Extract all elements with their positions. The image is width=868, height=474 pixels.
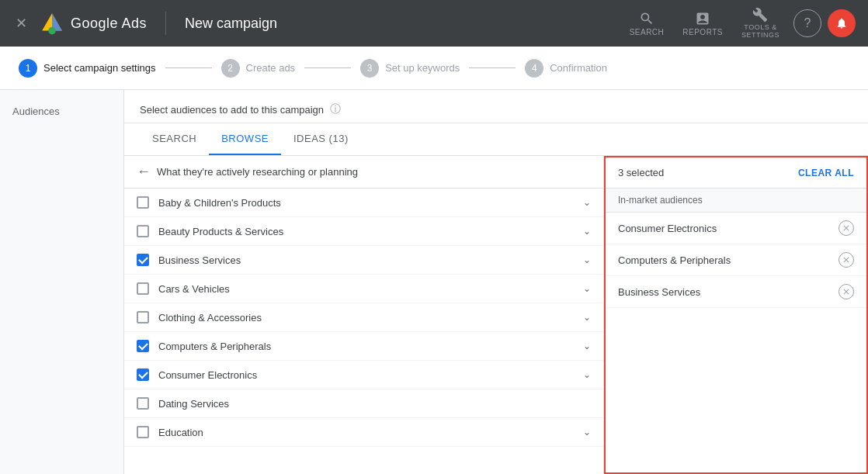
expand-icon-baby[interactable]: ⌄ — [583, 197, 591, 208]
selected-item: Consumer Electronics — [606, 213, 866, 244]
bell-icon — [835, 17, 848, 29]
expand-icon-computers[interactable]: ⌄ — [583, 341, 591, 351]
checkbox-education[interactable] — [137, 426, 149, 438]
search-nav-button[interactable]: SEARCH — [622, 6, 672, 41]
step-1-circle: 1 — [19, 59, 37, 78]
clear-all-button[interactable]: CLEAR ALL — [798, 168, 854, 178]
selected-header: 3 selected CLEAR ALL — [606, 157, 866, 188]
stepper: 1 Select campaign settings 2 Create ads … — [0, 47, 868, 90]
selected-item-label: Consumer Electronics — [618, 223, 717, 234]
google-ads-logo — [40, 11, 64, 36]
expand-icon-beauty[interactable]: ⌄ — [583, 226, 591, 237]
selected-item: Business Services — [606, 276, 866, 308]
top-navigation: ✕ Google Ads New campaign SEARCH REPORTS — [0, 0, 868, 47]
browse-area: ← What they're actively researching or p… — [124, 156, 868, 474]
tab-search[interactable]: SEARCH — [140, 123, 209, 155]
list-panel: ← What they're actively researching or p… — [124, 156, 604, 474]
connector-2-3 — [304, 67, 351, 68]
remove-computers-button[interactable] — [838, 252, 854, 268]
list-item-label: Education — [158, 427, 574, 438]
brand-name: Google Ads — [71, 16, 147, 32]
list-item-label: Business Services — [158, 254, 574, 266]
close-button[interactable]: ✕ — [12, 12, 30, 35]
checkbox-baby[interactable] — [137, 196, 149, 209]
checkbox-beauty[interactable] — [137, 225, 149, 237]
connector-3-4 — [469, 67, 516, 68]
expand-icon-education[interactable]: ⌄ — [583, 427, 591, 438]
connector-1-2 — [165, 67, 212, 68]
step-3-label: Set up keywords — [385, 62, 460, 74]
step-2: 2 Create ads — [221, 59, 296, 78]
svg-point-2 — [48, 27, 56, 35]
campaign-title: New campaign — [185, 16, 277, 32]
list-item[interactable]: Education ⌄ — [124, 418, 603, 447]
nav-divider — [165, 12, 166, 35]
remove-icon — [842, 255, 851, 265]
expand-icon-consumer[interactable]: ⌄ — [583, 369, 591, 380]
tools-icon — [752, 7, 768, 22]
tab-browse[interactable]: BROWSE — [209, 123, 281, 155]
selected-item: Computers & Peripherals — [606, 244, 866, 276]
search-nav-label: SEARCH — [630, 28, 665, 36]
list-item[interactable]: Business Services ⌄ — [124, 246, 603, 275]
remove-icon — [842, 223, 851, 233]
list-item[interactable]: Clothing & Accessories ⌄ — [124, 303, 603, 332]
step-1-label: Select campaign settings — [43, 62, 156, 74]
list-item[interactable]: Beauty Products & Services ⌄ — [124, 217, 603, 246]
checkbox-computers[interactable] — [137, 340, 149, 352]
step-4-label: Confirmation — [550, 62, 607, 74]
list-item[interactable]: Computers & Peripherals ⌄ — [124, 332, 603, 361]
content-help-icon[interactable]: ⓘ — [330, 102, 341, 116]
content-panel: Select audiences to add to this campaign… — [124, 90, 868, 474]
expand-icon-clothing[interactable]: ⌄ — [583, 312, 591, 323]
back-arrow-button[interactable]: ← — [137, 164, 151, 180]
content-header: Select audiences to add to this campaign… — [124, 90, 868, 123]
remove-business-services-button[interactable] — [838, 284, 854, 299]
step-2-circle: 2 — [221, 59, 240, 78]
list-item-label: Dating Services — [158, 398, 591, 410]
tools-nav-label: TOOLS &SETTINGS — [741, 24, 779, 40]
checkbox-dating[interactable] — [137, 397, 149, 410]
main-content: Audiences Select audiences to add to thi… — [0, 90, 868, 474]
logo-area: Google Ads — [40, 11, 147, 36]
notifications-button[interactable] — [828, 9, 856, 37]
remove-consumer-electronics-button[interactable] — [838, 220, 854, 236]
selected-count: 3 selected — [618, 167, 664, 178]
sidebar-panel: Audiences — [0, 90, 124, 474]
reports-icon — [695, 11, 710, 26]
expand-icon-business[interactable]: ⌄ — [583, 254, 591, 265]
checkbox-business[interactable] — [137, 254, 149, 266]
checkbox-clothing[interactable] — [137, 311, 149, 323]
reports-nav-label: REPORTS — [682, 28, 723, 36]
tabs-row: SEARCH BROWSE IDEAS (13) — [124, 123, 868, 156]
step-3-circle: 3 — [360, 59, 379, 78]
tab-ideas[interactable]: IDEAS (13) — [281, 123, 361, 155]
list-item[interactable]: Baby & Children's Products ⌄ — [124, 189, 603, 217]
tools-nav-button[interactable]: TOOLS &SETTINGS — [734, 2, 787, 44]
content-header-text: Select audiences to add to this campaign — [140, 104, 324, 116]
list-item-label: Baby & Children's Products — [158, 197, 574, 209]
list-item-label: Consumer Electronics — [158, 369, 574, 381]
selected-item-label: Business Services — [618, 286, 700, 298]
browse-back-row: ← What they're actively researching or p… — [124, 156, 603, 189]
selected-panel: 3 selected CLEAR ALL In-market audiences… — [604, 156, 868, 474]
list-item-label: Computers & Peripherals — [158, 341, 574, 352]
step-4-circle: 4 — [525, 59, 543, 78]
reports-nav-button[interactable]: REPORTS — [675, 6, 731, 41]
list-item[interactable]: Cars & Vehicles ⌄ — [124, 275, 603, 303]
help-button[interactable]: ? — [793, 9, 821, 37]
list-item-label: Clothing & Accessories — [158, 312, 574, 323]
checkbox-cars[interactable] — [137, 282, 149, 295]
browse-category-title: What they're actively researching or pla… — [157, 166, 358, 178]
step-4: 4 Confirmation — [525, 59, 607, 78]
checkbox-consumer[interactable] — [137, 368, 149, 381]
remove-icon — [842, 287, 851, 296]
list-item[interactable]: Dating Services — [124, 389, 603, 418]
step-1: 1 Select campaign settings — [19, 59, 156, 78]
search-icon — [639, 11, 654, 26]
list-item-label: Cars & Vehicles — [158, 283, 574, 295]
selected-item-label: Computers & Peripherals — [618, 254, 731, 266]
list-item[interactable]: Consumer Electronics ⌄ — [124, 361, 603, 389]
selected-section-header: In-market audiences — [606, 188, 866, 213]
expand-icon-cars[interactable]: ⌄ — [583, 283, 591, 294]
